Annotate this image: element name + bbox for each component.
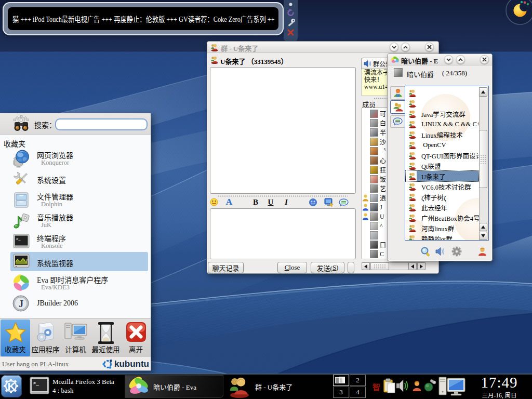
speaker-icon: [435, 246, 446, 257]
group-row[interactable]: LINUX && C && C++: [406, 119, 478, 129]
menu-item-jbuilder[interactable]: J JBuilder 2006: [0, 294, 151, 314]
group-vscroll-thumb[interactable]: [479, 130, 487, 188]
group-row[interactable]: Qt联盟: [406, 161, 478, 171]
group-row[interactable]: VC6.0技术讨论群: [406, 181, 478, 192]
minimize-button[interactable]: [390, 43, 398, 51]
task-eva[interactable]: 暗い伯爵 - Eva: [125, 375, 223, 398]
group-row[interactable]: 广州BeatBox协会4号群: [406, 212, 478, 223]
konsole-task-icon[interactable]: >_: [29, 376, 50, 396]
magnifier-icon: [420, 246, 431, 257]
svg-text:K: K: [8, 380, 16, 392]
menu-item-music[interactable]: 音乐播放器 JuK: [0, 210, 151, 231]
menu-item-browser[interactable]: 网页浏览器 Konqueror: [0, 148, 151, 169]
search-tool-button[interactable]: [420, 246, 431, 259]
clock[interactable]: 17:49 三月-16, 周日: [470, 375, 528, 399]
rotate-icon[interactable]: [287, 9, 295, 17]
maximize-button[interactable]: [456, 55, 465, 64]
sound-tool-button[interactable]: [435, 246, 446, 259]
member-hscroll-left2[interactable]: [408, 262, 417, 270]
task-bash[interactable]: 4 : bash: [52, 387, 73, 395]
tab-recent[interactable]: 最近使用: [91, 320, 121, 356]
group-row[interactable]: 静静的qt群: [406, 233, 478, 241]
message-mode-button[interactable]: [338, 197, 349, 207]
italic-button[interactable]: I: [282, 197, 291, 207]
status-tool-button[interactable]: [477, 247, 487, 259]
close-button[interactable]: [480, 55, 489, 64]
tab-applications[interactable]: 应用程序: [31, 320, 60, 356]
menu-item-files[interactable]: 文件管理器 Dolphin: [0, 190, 151, 210]
group-name: U条来了: [421, 171, 446, 181]
chevron-up-icon: [458, 58, 463, 61]
underline-button[interactable]: U: [266, 197, 275, 207]
send-button[interactable]: 发送(S): [311, 262, 344, 273]
pager-desktop-1[interactable]: 1: [333, 375, 349, 386]
screenshot-button[interactable]: [324, 197, 334, 207]
member-status-icon: [362, 212, 369, 221]
tab-contacts[interactable]: [390, 86, 405, 100]
tray-eva-icon[interactable]: [412, 380, 422, 392]
close-icon[interactable]: [287, 29, 294, 36]
menu-item-eva[interactable]: Eva 即时消息客户程序 Eva/KDE3: [0, 273, 151, 294]
tab-computer[interactable]: 计算机: [61, 320, 90, 356]
menu-item-title: 系统设置: [37, 175, 66, 185]
message-input[interactable]: [210, 208, 356, 259]
group-vscroll-down[interactable]: [479, 232, 487, 240]
group-row[interactable]: [406, 88, 478, 98]
tray-volume-icon[interactable]: [396, 379, 410, 393]
menu-item-sysmon[interactable]: 系统监视器: [0, 252, 151, 273]
tab-groups[interactable]: [390, 100, 405, 114]
group-row[interactable]: Linux编程技术: [406, 129, 478, 140]
chat-titlebar[interactable]: 群 - U条来了: [207, 42, 438, 53]
member-hscroll-right[interactable]: [417, 262, 425, 270]
group-vscroll-up2[interactable]: [479, 223, 487, 231]
member-hscroll-thumb[interactable]: [370, 262, 389, 270]
tab-leave[interactable]: 离开: [121, 320, 151, 356]
custom-face-button[interactable]: [308, 197, 317, 207]
history-button[interactable]: 聊天记录: [208, 262, 244, 273]
menu-item-terminal[interactable]: >_ 终端程序 Konsole: [0, 231, 151, 252]
group-row[interactable]: U条来了: [406, 171, 478, 181]
group-list[interactable]: Java学习交流群 LINUX && C && C++ Linux编程技术: [405, 86, 489, 241]
group-row[interactable]: OpenCV: [406, 140, 478, 150]
font-button[interactable]: A: [224, 197, 234, 207]
maximize-button[interactable]: [401, 43, 410, 51]
user-avatar[interactable]: [394, 68, 403, 77]
tab-sessions[interactable]: [390, 115, 405, 128]
search-input[interactable]: [55, 118, 148, 130]
kmenu-button[interactable]: K: [1, 375, 22, 397]
member-hscroll-left[interactable]: [362, 262, 370, 270]
pager-desktop-4[interactable]: 4: [350, 387, 366, 398]
group-vscroll-up[interactable]: [479, 87, 487, 97]
widget-handle[interactable]: [284, 0, 298, 42]
message-history[interactable]: [210, 67, 356, 194]
pager-desktop-2[interactable]: 2: [350, 375, 366, 386]
group-icon: [408, 141, 417, 149]
minimize-button[interactable]: [444, 55, 453, 64]
speech-bubble-icon: [339, 198, 349, 206]
group-row[interactable]: ζ柿子树ζ: [406, 192, 478, 202]
settings-tool-button[interactable]: [451, 246, 462, 259]
group-row[interactable]: 此去经年: [406, 202, 478, 212]
group-row[interactable]: Java学习交流群: [406, 109, 478, 119]
group-row[interactable]: [406, 98, 478, 109]
tray-clipboard-icon[interactable]: [383, 378, 396, 393]
task-firefox[interactable]: Mozilla Firefox 3 Beta: [52, 378, 114, 386]
tray-display-icon[interactable]: [438, 376, 466, 397]
menu-item-settings[interactable]: 系统设置: [0, 169, 151, 190]
eva-titlebar[interactable]: 暗い伯爵 - E: [388, 54, 492, 65]
group-row[interactable]: 河南linux群: [406, 223, 478, 233]
tab-favorites[interactable]: 收藏夹: [1, 320, 30, 356]
task-chat[interactable]: 群 - U条来了: [227, 375, 315, 398]
wrench-icon[interactable]: [287, 19, 295, 27]
member-status-icon: [362, 128, 369, 137]
tray-misc-icon[interactable]: [423, 379, 437, 393]
group-row[interactable]: QT-GUI图形界面设计: [406, 150, 478, 161]
pager-desktop-3[interactable]: 3: [333, 387, 349, 398]
tray-input-method[interactable]: 智: [373, 381, 380, 392]
close-button[interactable]: [425, 43, 434, 51]
bold-button[interactable]: B: [251, 197, 260, 207]
close-chat-button[interactable]: Close: [277, 262, 307, 273]
emoticon-button[interactable]: [209, 197, 219, 207]
kde-logo-icon: K: [3, 377, 20, 395]
panel-toggle-handle[interactable]: [348, 262, 354, 273]
